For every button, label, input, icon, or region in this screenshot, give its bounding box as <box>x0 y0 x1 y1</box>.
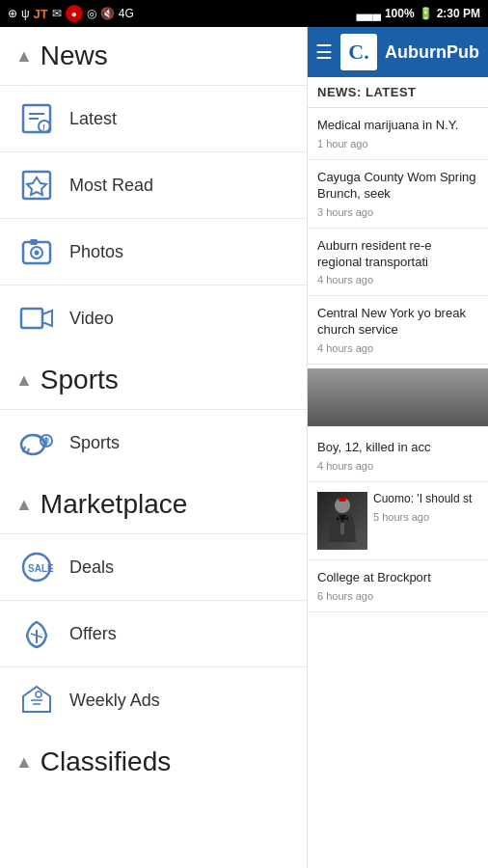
article-2-time: 3 hours ago <box>317 206 478 218</box>
most-read-label: Most Read <box>69 176 153 196</box>
article-5-title: Boy, 12, killed in acc <box>317 440 478 456</box>
sports-section-header[interactable]: ▲ Sports <box>0 351 307 409</box>
svg-marker-6 <box>27 177 46 195</box>
marketplace-section-title: Marketplace <box>41 489 188 520</box>
svg-marker-12 <box>42 311 52 326</box>
photos-label: Photos <box>69 242 123 262</box>
sidebar-item-video[interactable]: Video <box>0 285 307 351</box>
sports-sub-label: Sports <box>69 433 120 453</box>
classifieds-section-title: Classifieds <box>41 746 171 777</box>
article-1-title: Medical marijuana in N.Y. <box>317 118 478 134</box>
sidebar-item-sports[interactable]: Sports <box>0 409 307 475</box>
sidebar: ▲ News ! Latest <box>0 27 308 868</box>
status-bar: ⊕ ψ JT ✉ ● ◎ 🔇 4G ▄▄▄ 100% 🔋 2:30 PM <box>0 0 488 27</box>
latest-icon: ! <box>15 97 58 140</box>
deals-label: Deals <box>69 557 114 578</box>
marketplace-section-header[interactable]: ▲ Marketplace <box>0 475 307 533</box>
article-4-time: 4 hours ago <box>317 342 478 354</box>
app-icon-jt: JT <box>34 7 48 21</box>
svg-rect-34 <box>339 498 346 502</box>
sports-collapse-icon[interactable]: ▲ <box>15 370 33 391</box>
article-2-title: Cayuga County Wom Spring Brunch, seek <box>317 170 478 203</box>
svg-rect-30 <box>340 523 344 534</box>
status-left-icons: ⊕ ψ JT ✉ ● ◎ 🔇 4G <box>8 5 134 22</box>
mute-icon: 🔇 <box>100 7 115 20</box>
deals-icon: SALE <box>15 546 58 588</box>
article-5-time: 4 hours ago <box>317 460 478 472</box>
news-article-5[interactable]: Boy, 12, killed in acc 4 hours ago <box>308 430 488 482</box>
news-section-label: NEWS: LATEST <box>308 77 488 108</box>
news-article-2[interactable]: Cayuga County Wom Spring Brunch, seek 3 … <box>308 160 488 229</box>
video-icon <box>15 297 58 339</box>
add-icon: ⊕ <box>8 7 17 20</box>
article-6-title: Cuomo: 'I should st <box>373 492 478 507</box>
sports-section-title: Sports <box>41 365 119 395</box>
signal-bars: ▄▄▄ <box>356 7 381 20</box>
usb-icon: ψ <box>21 7 30 20</box>
weekly-ads-icon <box>15 679 58 721</box>
right-panel: ☰ C. AuburnPub NEWS: LATEST Medical mari… <box>308 27 488 868</box>
sidebar-item-most-read[interactable]: Most Read <box>0 151 307 218</box>
weekly-ads-label: Weekly Ads <box>69 691 160 711</box>
svg-point-9 <box>35 251 40 256</box>
time-display: 2:30 PM <box>437 7 480 20</box>
article-4-title: Central New York yo break church service <box>317 306 478 339</box>
site-name[interactable]: AuburnPub <box>385 42 479 63</box>
classifieds-collapse-icon[interactable]: ▲ <box>15 752 33 773</box>
sports-icon <box>15 421 58 464</box>
news-section-title: News <box>41 41 108 71</box>
video-label: Video <box>69 309 114 329</box>
svg-marker-25 <box>23 687 50 712</box>
article-7-time: 6 hours ago <box>317 590 478 602</box>
battery-percent: 100% <box>385 7 415 20</box>
news-article-6[interactable]: Cuomo: 'I should st 5 hours ago <box>308 482 488 560</box>
battery-icon: 🔋 <box>419 7 433 20</box>
svg-rect-11 <box>21 309 42 328</box>
article-6-time: 5 hours ago <box>373 511 478 523</box>
ad-banner <box>308 368 488 426</box>
signal-4g: 4G <box>119 7 134 20</box>
news-article-4[interactable]: Central New York yo break church service… <box>308 296 488 365</box>
sidebar-item-latest[interactable]: ! Latest <box>0 85 307 151</box>
status-right: ▄▄▄ 100% 🔋 2:30 PM <box>356 7 480 20</box>
news-collapse-icon[interactable]: ▲ <box>15 46 33 67</box>
offers-icon <box>15 612 58 655</box>
svg-text:SALE: SALE <box>28 563 54 574</box>
eye-icon: ◎ <box>87 7 96 20</box>
article-1-time: 1 hour ago <box>317 138 478 149</box>
article-3-title: Auburn resident re-e regional transporta… <box>317 238 478 271</box>
news-site-header: ☰ C. AuburnPub <box>308 27 488 77</box>
site-logo[interactable]: C. <box>340 34 377 70</box>
news-section-header[interactable]: ▲ News <box>0 27 307 85</box>
gmail-icon: ✉ <box>52 7 62 20</box>
sidebar-item-deals[interactable]: SALE Deals <box>0 533 307 600</box>
svg-point-28 <box>36 692 41 697</box>
most-read-icon <box>15 164 58 206</box>
article-3-time: 4 hours ago <box>317 274 478 285</box>
sidebar-item-offers[interactable]: Offers <box>0 600 307 666</box>
marketplace-collapse-icon[interactable]: ▲ <box>15 495 33 515</box>
sidebar-item-photos[interactable]: Photos <box>0 218 307 285</box>
sidebar-item-weekly-ads[interactable]: Weekly Ads <box>0 666 307 733</box>
news-article-1[interactable]: Medical marijuana in N.Y. 1 hour ago <box>308 108 488 160</box>
article-6-content: Cuomo: 'I should st 5 hours ago <box>373 492 478 523</box>
hamburger-menu-icon[interactable]: ☰ <box>315 41 333 64</box>
offers-label: Offers <box>69 624 117 644</box>
latest-label: Latest <box>69 109 117 129</box>
article-6-thumbnail <box>317 492 367 550</box>
app-icon-red: ● <box>66 5 83 22</box>
article-7-title: College at Brockport <box>317 570 478 586</box>
classifieds-section-header[interactable]: ▲ Classifieds <box>0 733 307 791</box>
svg-point-33 <box>341 518 344 521</box>
news-article-3[interactable]: Auburn resident re-e regional transporta… <box>308 229 488 297</box>
photos-icon <box>15 231 58 273</box>
main-layout: ▲ News ! Latest <box>0 27 488 868</box>
svg-text:!: ! <box>42 122 45 132</box>
news-article-7[interactable]: College at Brockport 6 hours ago <box>308 560 488 612</box>
